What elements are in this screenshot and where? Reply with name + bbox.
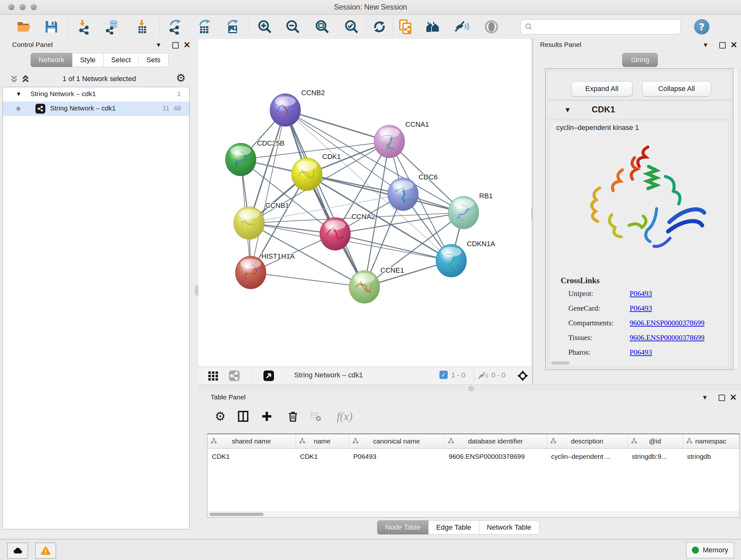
birds-eye-view-icon[interactable] (516, 369, 529, 382)
table-options-gear-icon[interactable]: ⚙ (213, 409, 227, 423)
network-canvas[interactable]: CCNB2CCNA1CDC25BCDK1CDC6RB1CCNB1CCNA2CDK… (199, 39, 531, 367)
graph-node-label: RB1 (479, 192, 493, 200)
zoom-out-icon[interactable] (284, 18, 301, 36)
tab-sets[interactable]: Sets (138, 53, 169, 67)
warning-button[interactable] (35, 543, 56, 559)
tab-string[interactable]: String (622, 53, 658, 67)
export-network-icon[interactable] (166, 18, 184, 36)
crosslink-link[interactable]: P06493 (630, 304, 652, 313)
show-columns-icon[interactable] (236, 409, 250, 423)
save-session-icon[interactable] (43, 18, 60, 36)
table-cell: stringdb (683, 449, 739, 465)
table-row[interactable]: CDK1CDK1P064939606.ENSP00000378699cyclin… (207, 449, 739, 465)
help-button[interactable]: ? (694, 19, 710, 35)
graph-node-CDC6[interactable] (388, 178, 418, 211)
network-row[interactable]: String Network – cdk1 11 48 (3, 102, 189, 116)
cloud-button[interactable] (7, 543, 28, 559)
import-table-icon[interactable] (133, 18, 150, 36)
selected-checkbox[interactable]: ✓ (440, 371, 448, 379)
control-panel-title: Control Panel (12, 41, 53, 49)
graph-node-CCNE1[interactable] (349, 270, 380, 303)
network-collection-row[interactable]: ▼ String Network – cdk1 1 (3, 87, 189, 102)
column-header-description[interactable]: description (547, 434, 627, 449)
gene-section-header[interactable]: ▼ CDK1 (548, 101, 731, 119)
clone-network-icon[interactable] (397, 18, 414, 36)
graph-node-CCNA1[interactable] (374, 125, 405, 158)
export-image-icon[interactable] (224, 18, 241, 36)
control-panel-float-icon[interactable] (172, 42, 179, 49)
delete-column-icon[interactable] (286, 409, 300, 423)
zoom-selected-icon[interactable] (343, 18, 360, 36)
splitter-knob[interactable] (468, 386, 474, 391)
search-icon (525, 23, 533, 31)
memory-button[interactable]: Memory (686, 542, 734, 558)
create-column-icon[interactable] (260, 409, 274, 423)
open-in-window-icon[interactable] (262, 369, 275, 382)
column-header--id[interactable]: @id (627, 434, 683, 449)
collapse-all-button[interactable]: Collapse All (642, 81, 711, 97)
hidden-elements-icon[interactable] (477, 369, 489, 382)
column-header-namespac[interactable]: namespac (683, 434, 739, 449)
graph-node-CDKN1A[interactable] (436, 244, 467, 277)
delete-table-icon[interactable] (309, 409, 323, 423)
hidden-counts: 0 - 0 (491, 371, 506, 379)
table-cell: 9606.ENSP00000378699 (444, 449, 547, 465)
results-scrollbar[interactable] (733, 68, 739, 369)
export-table-icon[interactable] (196, 18, 213, 36)
collection-expand-icon[interactable]: ▼ (17, 91, 20, 97)
control-panel-menu-icon[interactable]: ▼ (157, 42, 160, 48)
gene-collapse-icon[interactable]: ▼ (565, 107, 569, 113)
label-visibility-icon[interactable] (454, 18, 471, 36)
network-share-icon[interactable] (228, 369, 241, 382)
tab-select[interactable]: Select (104, 53, 139, 67)
table-panel-splitter[interactable] (199, 384, 741, 392)
tab-node-table[interactable]: Node Table (377, 520, 428, 535)
graph-node-RB1[interactable] (448, 196, 479, 229)
graph-node-CCNB1[interactable] (233, 206, 264, 240)
search-input[interactable] (536, 20, 680, 34)
graph-node-CDC25B[interactable] (225, 143, 256, 176)
expand-all-button[interactable]: Expand All (571, 81, 632, 97)
crosslink-link[interactable]: 9606.ENSP00000378699 (630, 319, 704, 327)
table-panel-close-icon[interactable]: × (730, 392, 737, 402)
zoom-fit-icon[interactable] (314, 18, 331, 36)
tab-style[interactable]: Style (72, 53, 104, 67)
tab-network[interactable]: Network (30, 53, 72, 67)
cytoscape-window: Session: New Session (0, 0, 741, 560)
import-network-file-icon[interactable] (76, 18, 93, 36)
crosslink-link[interactable]: P06493 (630, 290, 652, 298)
column-header-database-identifier[interactable]: database identifier (444, 434, 547, 449)
results-panel-menu-icon[interactable]: ▼ (704, 42, 708, 48)
refresh-icon[interactable] (371, 18, 388, 36)
houses-icon[interactable] (424, 18, 441, 36)
graph-node-CDK1[interactable] (292, 158, 322, 191)
results-panel-float-icon[interactable] (719, 42, 726, 49)
tab-edge-table[interactable]: Edge Table (428, 520, 479, 535)
crosslink-link[interactable]: 9606.ENSP00000378699 (630, 334, 704, 342)
zoom-in-icon[interactable] (256, 18, 273, 36)
control-panel: Control Panel ▼ × NetworkStyleSelectSets… (0, 39, 199, 539)
crosslink-link[interactable]: P06493 (630, 348, 652, 357)
tab-network-table[interactable]: Network Table (479, 520, 539, 535)
control-panel-close-icon[interactable]: × (183, 39, 191, 50)
results-hscroll-thumb[interactable] (551, 361, 569, 365)
results-panel-close-icon[interactable]: × (730, 39, 738, 50)
grid-view-icon[interactable] (207, 369, 219, 382)
import-network-database-icon[interactable] (105, 18, 122, 36)
column-header-shared-name[interactable]: shared name (207, 434, 295, 449)
node-table: shared namenamecanonical namedatabase id… (207, 434, 740, 517)
graph-node-CCNA2[interactable] (320, 217, 350, 250)
table-panel-float-icon[interactable] (719, 395, 725, 401)
graph-node-HIST1H1A[interactable] (235, 256, 266, 289)
column-header-name[interactable]: name (295, 434, 349, 449)
warning-icon (40, 545, 51, 556)
graph-node-CCNB2[interactable] (270, 94, 300, 126)
table-hscroll-thumb[interactable] (209, 513, 264, 516)
network-options-gear-icon[interactable]: ⚙ (176, 71, 186, 84)
column-header-canonical-name[interactable]: canonical name (349, 434, 444, 449)
eye-icon[interactable] (483, 18, 500, 36)
graph-node-label: CDKN1A (467, 240, 495, 248)
open-session-icon[interactable] (15, 18, 32, 36)
table-panel-menu-icon[interactable]: ▼ (703, 395, 707, 400)
function-builder-icon[interactable]: f(x) (329, 409, 360, 423)
